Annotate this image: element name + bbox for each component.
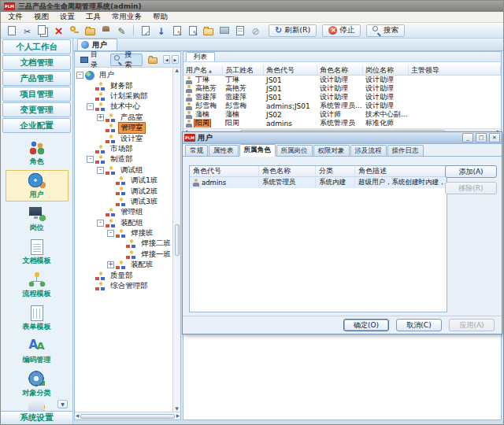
toolbar-button[interactable] — [98, 24, 113, 37]
user-row[interactable]: 高艳芳 高艳芳 JS01 设计助理 设计助理 — [183, 84, 501, 93]
sidebar-item[interactable]: 岗位 — [6, 203, 69, 235]
expander-icon[interactable]: - — [97, 167, 104, 174]
expander-icon[interactable]: - — [87, 103, 94, 110]
cancel-button[interactable]: 取消(C) — [396, 319, 442, 331]
system-settings-button[interactable]: 系统设置 — [1, 411, 72, 424]
dialog-tab[interactable]: 常规 — [185, 145, 208, 156]
user-row[interactable]: 丁琳 丁琳 JS01 设计助理 设计助理 — [183, 76, 501, 84]
maximize-button[interactable]: □ — [476, 133, 487, 142]
add-button[interactable]: 添加(A) — [445, 165, 497, 178]
toolbar-button[interactable] — [217, 24, 232, 37]
toolbar-button[interactable] — [232, 24, 247, 37]
dialog-tab[interactable]: 涉及流程 — [350, 145, 387, 156]
tree-node[interactable]: - 调试组 — [76, 165, 172, 176]
column-header-role-name[interactable]: 角色名称 — [259, 166, 316, 176]
tree-node[interactable]: + 产品室 — [76, 113, 172, 123]
column-header-role-code[interactable]: 角色代号 — [264, 65, 317, 75]
toolbar-button[interactable] — [83, 24, 98, 37]
toolbar-button[interactable] — [35, 24, 50, 37]
sidebar-item[interactable]: 表单模板 — [6, 302, 69, 334]
nav-back-button[interactable]: ◀ — [163, 55, 170, 64]
tree-node[interactable]: 计划采购部 — [76, 91, 172, 102]
tree-node[interactable]: - 装配组 — [76, 217, 172, 227]
dialog-titlebar[interactable]: PLM 用户 _ □ ✕ — [183, 132, 502, 144]
tree-node[interactable]: 设计室 — [76, 133, 172, 143]
dialog-tab[interactable]: 所属岗位 — [276, 145, 313, 156]
tree-node[interactable]: 管理组 — [76, 207, 172, 217]
close-button[interactable]: ✕ — [489, 133, 500, 142]
tree-node[interactable]: 财务部 — [76, 80, 172, 91]
apply-button[interactable]: 应用(A) — [449, 319, 495, 331]
dialog-tab[interactable]: 所属角色 — [239, 144, 276, 157]
toolbar-button[interactable] — [185, 24, 200, 37]
scrollbar-thumb[interactable] — [175, 224, 180, 256]
menu-item[interactable]: 设置 — [54, 12, 80, 22]
user-row[interactable]: 阳周 阳周 admins 系统管理员 标准化师 — [183, 119, 501, 128]
dialog-tab[interactable]: 属性表 — [209, 145, 239, 156]
toolbar-button[interactable] — [248, 24, 263, 37]
sidebar-nav-button[interactable]: 文档管理 — [2, 55, 71, 70]
scroll-up-icon[interactable]: ▲ — [175, 68, 178, 73]
tree-vertical-scrollbar[interactable]: ▲ ▼ — [172, 68, 180, 412]
column-header-role-description[interactable]: 角色描述 — [355, 166, 447, 176]
sidebar-scroll-down-button[interactable]: ▼ — [57, 400, 68, 408]
search-button[interactable]: 搜索 — [366, 24, 405, 37]
tree-node[interactable]: - 制造部 — [76, 154, 172, 164]
tree-node[interactable]: 综合管理部 — [76, 281, 172, 291]
tree-node[interactable]: 焊接二班 — [76, 238, 172, 249]
nav-forward-button[interactable]: ▶ — [172, 55, 179, 64]
tree-node[interactable]: + 装配班 — [76, 260, 172, 270]
dialog-tab[interactable]: 权限对象 — [313, 145, 350, 156]
tree-node[interactable]: 调试2班 — [76, 186, 172, 196]
expander-icon[interactable]: - — [76, 72, 83, 79]
remove-button[interactable]: 移除(R) — [445, 182, 497, 194]
column-header-role-code[interactable]: 角色代号 — [190, 166, 259, 176]
toolbar-button[interactable] — [20, 24, 35, 37]
tree-node[interactable]: 焊接一班 — [76, 249, 172, 260]
tree-node[interactable]: - 用户 — [76, 70, 172, 80]
tree-node[interactable]: - 焊接班 — [76, 228, 172, 238]
tree-node[interactable]: - 技术中心 — [76, 102, 172, 112]
list-tab[interactable]: 列表 — [186, 52, 215, 61]
sidebar-nav-button[interactable]: 产品管理 — [2, 71, 71, 86]
expander-icon[interactable]: - — [107, 230, 114, 237]
refresh-button[interactable]: 刷新(R) — [269, 24, 317, 37]
toolbar-button[interactable] — [138, 24, 153, 37]
role-row[interactable]: admins 系统管理员 系统内建 超级用户，系统创建时内建，具有所有权限。 — [190, 177, 447, 188]
minimize-button[interactable]: _ — [462, 133, 473, 142]
column-header-username[interactable]: 用户名 — [183, 65, 223, 75]
sidebar-nav-button[interactable]: 项目管理 — [2, 87, 71, 102]
tree-node[interactable]: 调试3班 — [76, 197, 172, 207]
expander-icon[interactable]: - — [87, 156, 94, 163]
toolbar-button[interactable] — [51, 24, 66, 37]
menu-item[interactable]: 视图 — [28, 12, 54, 22]
user-row[interactable]: 雷建萍 雷建萍 JS01 设计助理 设计助理 — [183, 93, 501, 102]
tree-node[interactable]: 调试1班 — [76, 176, 172, 186]
menu-item[interactable]: 常用业务 — [106, 12, 147, 22]
menu-item[interactable]: 工具 — [80, 12, 106, 22]
tree-search-button[interactable]: 搜索 — [110, 54, 143, 66]
column-header-post-name[interactable]: 岗位名称 — [363, 65, 409, 75]
sidebar-item[interactable]: 对象分类 — [6, 368, 69, 400]
menu-item[interactable]: 文件 — [2, 12, 28, 22]
tree-node[interactable]: 市场部 — [76, 144, 172, 154]
column-header-employee-name[interactable]: 员工姓名 — [223, 65, 264, 75]
dialog-tab[interactable]: 操作日志 — [387, 145, 424, 156]
tree-node[interactable]: 管理室 — [76, 123, 172, 133]
scrollbar-thumb[interactable] — [80, 414, 175, 419]
column-header-category[interactable]: 分类 — [316, 166, 355, 176]
toolbar-button[interactable] — [201, 24, 216, 37]
sidebar-nav-button[interactable]: 个人工作台 — [2, 39, 71, 54]
user-row[interactable]: 蒲楠 蒲楠 JS02 设计师 技术中心副... — [183, 110, 501, 119]
column-header-role-name[interactable]: 角色名称 — [317, 65, 363, 75]
catalog-button[interactable]: 目录 — [76, 54, 109, 66]
expander-icon[interactable]: + — [97, 114, 104, 121]
user-row[interactable]: 彭雪梅 彭雪梅 admins;JS01 系统管理员... 设计助理 — [183, 102, 501, 110]
sidebar-nav-button[interactable]: 变更管理 — [2, 102, 71, 117]
toolbar-button[interactable] — [67, 24, 82, 37]
ok-button[interactable]: 确定(O) — [343, 319, 389, 331]
scroll-right-icon[interactable]: ▶ — [176, 414, 180, 419]
sidebar-nav-button[interactable]: 企业配置 — [2, 118, 71, 133]
menu-item[interactable]: 帮助 — [147, 12, 173, 22]
sidebar-item[interactable]: 编码管理 — [6, 335, 69, 367]
